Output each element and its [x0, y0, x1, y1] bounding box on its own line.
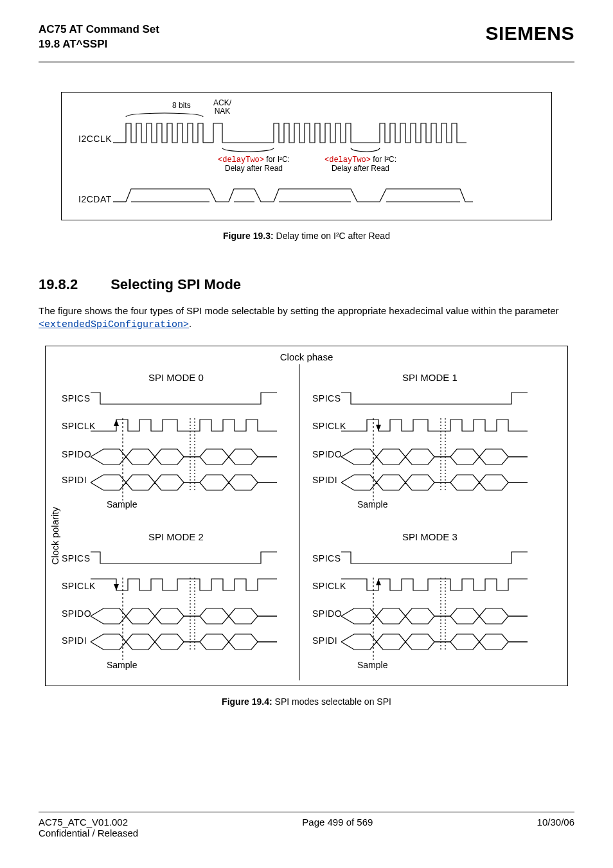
q1-spidi: SPIDI: [312, 475, 337, 485]
q2-sample: Sample: [107, 660, 137, 670]
q1-spiclk: SPICLK: [312, 421, 346, 431]
figure-19-4: Clock phase Clock polarity SPI MODE 0 SP…: [45, 346, 568, 686]
q3-spiclk: SPICLK: [312, 581, 346, 591]
q3-sample: Sample: [357, 660, 387, 670]
q0-spics: SPICS: [62, 393, 91, 403]
q3-spidi: SPIDI: [312, 635, 337, 646]
q0-spido: SPIDO: [62, 449, 91, 459]
waveform-i2c: [62, 93, 511, 221]
figure-19-4-caption: Figure 19.4: SPI modes selectable on SPI: [39, 696, 574, 707]
param-link[interactable]: <extendedSpiConfiguration>: [39, 319, 189, 330]
q2-spiclk: SPICLK: [62, 581, 96, 591]
doc-title-line2: 19.8 AT^SSPI: [39, 37, 159, 52]
q2-spidi: SPIDI: [62, 635, 87, 646]
q0-spidi: SPIDI: [62, 475, 87, 485]
q2-spics: SPICS: [62, 553, 91, 563]
q1-spics: SPICS: [312, 393, 341, 403]
footer-right: 10/30/06: [537, 817, 574, 838]
header-divider: [39, 61, 574, 63]
section-paragraph: The figure shows the four types of SPI m…: [39, 305, 574, 332]
footer-divider: [39, 811, 574, 813]
q1-sample: Sample: [357, 499, 387, 509]
q0-sample: Sample: [107, 499, 137, 509]
q3-spics: SPICS: [312, 553, 341, 563]
page-footer: AC75_ATC_V01.002 Confidential / Released…: [39, 811, 574, 838]
footer-center: Page 499 of 569: [302, 817, 373, 838]
spi-modes-svg: [46, 346, 566, 687]
section-heading: 19.8.2 Selecting SPI Mode: [39, 276, 574, 293]
figure-19-3-caption: Figure 19.3: Delay time on I²C after Rea…: [39, 231, 574, 241]
section-title: Selecting SPI Mode: [111, 276, 241, 292]
q3-spido: SPIDO: [312, 608, 342, 619]
q2-spido: SPIDO: [62, 608, 91, 619]
q1-spido: SPIDO: [312, 449, 342, 459]
doc-title-line1: AC75 AT Command Set: [39, 22, 159, 37]
q0-spiclk: SPICLK: [62, 421, 96, 431]
doc-title: AC75 AT Command Set 19.8 AT^SSPI: [39, 22, 159, 52]
brand-logo: SIEMENS: [485, 22, 574, 44]
footer-left: AC75_ATC_V01.002 Confidential / Released: [39, 817, 138, 838]
page-header: AC75 AT Command Set 19.8 AT^SSPI SIEMENS: [39, 22, 574, 58]
figure-19-3: 8 bits ACK/ NAK I2CCLK I2CDAT <delayTwo>…: [61, 92, 552, 220]
